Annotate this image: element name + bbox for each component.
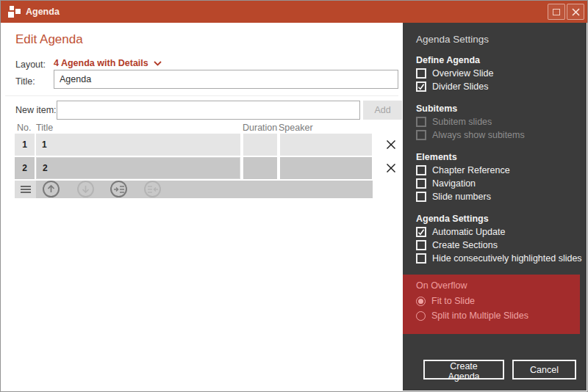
add-button[interactable]: Add bbox=[363, 101, 402, 120]
row-number-cell[interactable]: 1 bbox=[15, 134, 35, 156]
maximize-icon bbox=[553, 9, 560, 15]
edit-agenda-pane: Edit Agenda Layout: 4 Agenda with Detail… bbox=[1, 23, 403, 391]
row-title-cell[interactable]: 2 bbox=[36, 157, 240, 179]
checkbox-checked-icon bbox=[416, 227, 426, 237]
layout-dropdown-value: 4 Agenda with Details bbox=[54, 58, 148, 68]
maximize-button[interactable] bbox=[548, 4, 565, 20]
section-divider bbox=[5, 95, 398, 96]
checkbox-create-sections[interactable]: Create Sections bbox=[416, 239, 587, 252]
radio-icon bbox=[416, 311, 426, 321]
checkbox-navigation[interactable]: Navigation bbox=[416, 177, 587, 190]
row-duration-cell[interactable] bbox=[243, 157, 277, 179]
checkbox-icon bbox=[416, 68, 426, 79]
row-duration-cell[interactable] bbox=[243, 134, 277, 156]
title-input[interactable] bbox=[54, 70, 398, 89]
checkbox-hide-consecutively-highlighted[interactable]: Hide consecutively highlighted slides bbox=[416, 252, 587, 265]
radio-fit-to-slide[interactable]: Fit to Slide bbox=[416, 294, 580, 308]
checkbox-subitem-slides: Subitem slides bbox=[416, 115, 587, 128]
radio-split-into-multiple-slides[interactable]: Split into Multiple Slides bbox=[416, 308, 580, 323]
window-title: Agenda bbox=[26, 7, 60, 17]
checkbox-divider-slides[interactable]: Divider Slides bbox=[416, 80, 587, 93]
checkbox-always-show-subitems: Always show subitems bbox=[416, 128, 587, 142]
delete-row-button[interactable] bbox=[379, 157, 402, 179]
column-header-duration: Duration bbox=[243, 123, 277, 133]
on-overflow-section: On Overflow Fit to Slide Split into Mult… bbox=[403, 275, 580, 334]
page-title: Edit Agenda bbox=[15, 32, 83, 47]
row-speaker-cell[interactable] bbox=[280, 157, 372, 179]
group-title-elements: Elements bbox=[416, 152, 587, 162]
table-row: 1 1 bbox=[15, 134, 402, 156]
app-logo-icon bbox=[8, 6, 21, 18]
layout-dropdown[interactable]: 4 Agenda with Details bbox=[54, 58, 162, 68]
checkbox-automatic-update[interactable]: Automatic Update bbox=[416, 225, 587, 239]
layout-label: Layout: bbox=[15, 59, 46, 70]
move-up-button[interactable] bbox=[43, 181, 60, 197]
checkbox-overview-slide[interactable]: Overview Slide bbox=[416, 67, 587, 80]
indent-right-icon bbox=[114, 185, 124, 194]
group-title-subitems: Subitems bbox=[416, 104, 587, 114]
title-label: Title: bbox=[15, 76, 35, 87]
checkbox-icon bbox=[416, 130, 426, 140]
chevron-down-icon bbox=[154, 61, 162, 66]
table-row: 2 2 bbox=[15, 157, 402, 179]
checkbox-icon bbox=[416, 178, 426, 189]
checkbox-slide-numbers[interactable]: Slide numbers bbox=[416, 190, 587, 203]
column-header-title: Title bbox=[36, 123, 53, 133]
checkbox-icon bbox=[416, 117, 426, 127]
checkbox-icon bbox=[416, 253, 426, 264]
checkbox-icon bbox=[416, 192, 426, 202]
delete-row-button[interactable] bbox=[379, 134, 402, 156]
checkbox-icon bbox=[416, 240, 426, 250]
titlebar[interactable]: Agenda bbox=[1, 1, 587, 23]
close-icon bbox=[572, 8, 580, 16]
move-down-button[interactable] bbox=[77, 181, 94, 197]
demote-item-button[interactable] bbox=[110, 181, 127, 197]
promote-item-button[interactable] bbox=[144, 181, 161, 197]
checkbox-icon bbox=[416, 165, 426, 175]
hamburger-icon bbox=[21, 186, 31, 193]
column-header-no: No. bbox=[17, 123, 31, 133]
agenda-settings-pane: Agenda Settings Define Agenda Overview S… bbox=[403, 23, 587, 391]
close-button[interactable] bbox=[567, 4, 584, 20]
cancel-button[interactable]: Cancel bbox=[512, 360, 576, 380]
delete-x-icon bbox=[385, 162, 397, 174]
arrow-up-icon bbox=[46, 184, 56, 194]
drag-handle[interactable] bbox=[15, 181, 36, 198]
row-title-cell[interactable]: 1 bbox=[36, 134, 240, 156]
overflow-title: On Overflow bbox=[416, 280, 580, 291]
new-item-input[interactable] bbox=[57, 101, 360, 120]
new-item-label: New item: bbox=[15, 105, 57, 115]
radio-selected-icon bbox=[416, 297, 426, 306]
group-title-agenda-settings: Agenda Settings bbox=[416, 214, 587, 224]
group-title-define-agenda: Define Agenda bbox=[416, 55, 587, 65]
column-header-speaker: Speaker bbox=[279, 123, 313, 133]
row-speaker-cell[interactable] bbox=[280, 134, 372, 156]
arrow-down-icon bbox=[81, 184, 90, 194]
indent-left-icon bbox=[148, 185, 158, 194]
row-number-cell[interactable]: 2 bbox=[15, 157, 35, 179]
checkbox-chapter-reference[interactable]: Chapter Reference bbox=[416, 164, 587, 177]
row-toolbar bbox=[15, 181, 373, 198]
checkbox-checked-icon bbox=[416, 81, 426, 92]
agenda-dialog: Agenda Edit Agenda Layout: 4 Agenda with… bbox=[0, 0, 588, 392]
settings-title: Agenda Settings bbox=[416, 34, 587, 45]
delete-x-icon bbox=[385, 139, 397, 150]
create-agenda-button[interactable]: Create Agenda bbox=[423, 360, 504, 380]
